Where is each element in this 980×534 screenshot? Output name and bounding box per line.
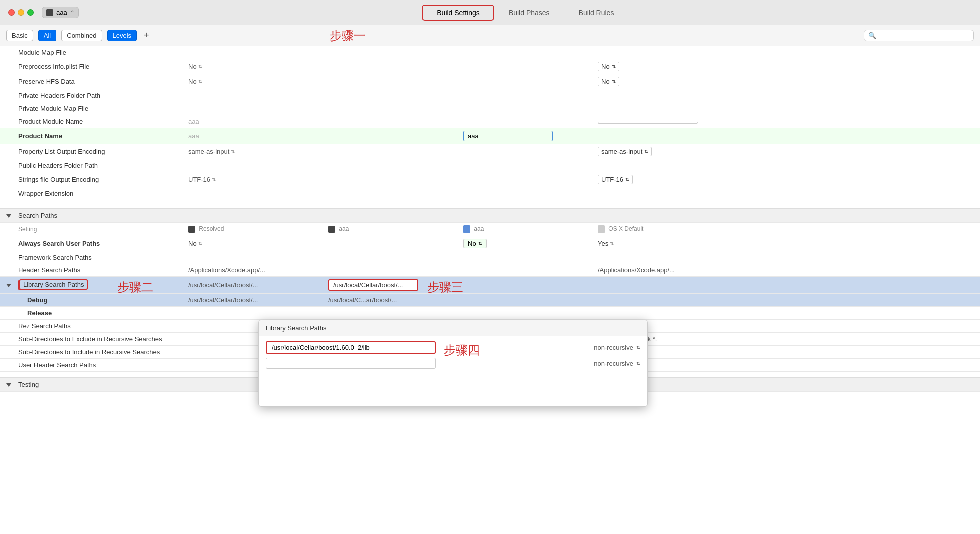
library-search-cfg-value[interactable]: /usr/local/Cellar/boost/...	[328, 279, 418, 291]
add-filter-button[interactable]: +	[142, 30, 151, 41]
search-box[interactable]: 🔍	[864, 30, 974, 41]
popup-non-recursive2: non-recursive ⇅	[594, 360, 640, 367]
col-header-aaa-cfg: aaa	[322, 222, 457, 236]
library-search-paths-row[interactable]: Search Paths Library Search Paths 步骤二 /u…	[0, 276, 980, 293]
table-row: Preserve HFS Data No ⇅ No ⇅	[0, 74, 980, 89]
tab-build-rules[interactable]: Build Rules	[564, 5, 629, 20]
library-search-popup: Library Search Paths /usr/local/Cellar/b…	[258, 320, 648, 407]
toolbar: aaa ⌃ Build Settings Build Phases Build …	[0, 0, 980, 25]
table-row: Preprocess Info.plist File No ⇅ No ⇅	[0, 59, 980, 74]
section-title: Search Paths	[12, 208, 980, 223]
close-button[interactable]	[8, 9, 15, 16]
col-header-resolved: Resolved	[182, 222, 322, 236]
table-row: Strings file Output Encoding UTF-16 ⇅ UT…	[0, 172, 980, 187]
filter-levels[interactable]: Levels	[107, 30, 137, 41]
filter-combined[interactable]: Combined	[61, 30, 102, 41]
main-window: aaa ⌃ Build Settings Build Phases Build …	[0, 0, 980, 534]
spacer-row	[0, 200, 980, 208]
maximize-button[interactable]	[27, 9, 34, 16]
osx-icon	[598, 225, 605, 233]
table-row: Property List Output Encoding same-as-in…	[0, 144, 980, 159]
popup-content: /usr/local/Cellar/boost/1.60.0_2/lib non…	[259, 336, 647, 406]
content-area: Module Map File Preprocess Info.plist Fi…	[0, 46, 980, 534]
table-row: Private Headers Folder Path	[0, 89, 980, 102]
setting-name: Module Map File	[12, 46, 182, 59]
column-headers: Setting Resolved aaa aaa OS X Default	[0, 222, 980, 236]
osx-value	[592, 46, 980, 59]
target-selector[interactable]: aaa ⌃	[42, 7, 79, 18]
spinner-icon1[interactable]: ⇅	[636, 345, 640, 350]
aaa-proj-icon	[463, 225, 470, 233]
filter-bar: Basic All Combined Levels + 步骤一 🔍	[0, 25, 980, 46]
step2-annotation: 步骤二	[117, 279, 153, 295]
resolved-icon	[188, 226, 195, 233]
table-row: Private Module Map File	[0, 102, 980, 115]
popup-path-value[interactable]: /usr/local/Cellar/boost/1.60.0_2/lib	[266, 341, 436, 354]
table-row: Wrapper Extension	[0, 187, 980, 200]
table-row: Module Map File	[0, 46, 980, 59]
target-icon	[46, 9, 53, 16]
table-row: Public Headers Folder Path	[0, 159, 980, 172]
step1-annotation: 步骤一	[330, 28, 366, 44]
col-header-setting: Setting	[12, 222, 182, 236]
search-icon: 🔍	[868, 32, 876, 39]
arrow-cell	[0, 46, 12, 59]
popup-non-recursive1: non-recursive ⇅	[594, 344, 640, 351]
toolbar-left: aaa ⌃	[8, 7, 79, 18]
filter-all[interactable]: All	[38, 30, 56, 41]
proj-value	[457, 46, 592, 59]
step3-annotation: 步骤三	[427, 279, 463, 295]
popup-path-empty[interactable]	[266, 358, 436, 369]
popup-title: Library Search Paths	[259, 320, 647, 336]
tab-bar: Build Settings Build Phases Build Rules	[79, 5, 972, 21]
table-row: Header Search Paths /Applications/Xcode.…	[0, 264, 980, 276]
tab-build-settings[interactable]: Build Settings	[422, 5, 494, 21]
testing-collapse-icon[interactable]	[6, 383, 11, 387]
col-header-aaa-proj: aaa	[457, 222, 592, 236]
table-row: Product Name aaa aaa	[0, 128, 980, 144]
filter-basic[interactable]: Basic	[6, 30, 33, 41]
target-name: aaa	[56, 9, 67, 16]
section-collapse-icon[interactable]	[6, 214, 11, 218]
library-search-paths-labeled: Library Search Paths	[19, 279, 88, 290]
popup-row2: non-recursive ⇅	[266, 358, 640, 369]
table-row: Framework Search Paths	[0, 251, 980, 264]
window-controls	[8, 9, 34, 16]
aaa-cfg-icon	[328, 226, 335, 233]
tab-build-phases[interactable]: Build Phases	[494, 5, 564, 20]
table-row: Product Module Name aaa	[0, 115, 980, 128]
cfg-value	[322, 46, 457, 59]
step4-annotation: 步骤四	[444, 342, 480, 358]
spinner-icon2[interactable]: ⇅	[636, 361, 640, 366]
debug-row: Debug /usr/local/Cellar/boost/... /usr/l…	[0, 293, 980, 306]
chevron-icon: ⌃	[70, 10, 74, 15]
expand-icon	[6, 284, 11, 287]
table-row: Always Search User Paths No ⇅ No ⇅ Yes ⇅	[0, 236, 980, 251]
product-name-input[interactable]: aaa	[463, 131, 553, 141]
resolved-value	[182, 46, 322, 59]
minimize-button[interactable]	[18, 9, 24, 16]
col-header-osx: OS X Default	[592, 222, 980, 236]
search-paths-section-header: Search Paths	[0, 208, 980, 223]
release-row: Release	[0, 306, 980, 319]
